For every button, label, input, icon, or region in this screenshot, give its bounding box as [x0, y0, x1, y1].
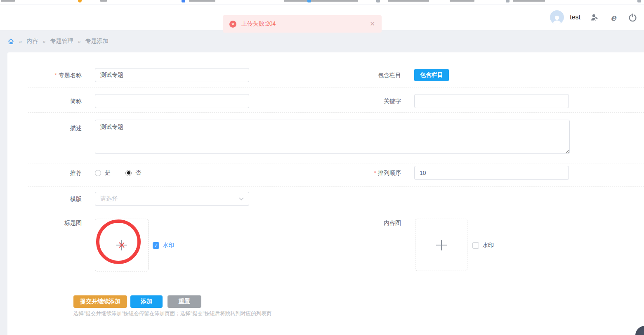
toast-message: 上传失败:204: [241, 20, 276, 28]
row-separator: [28, 163, 644, 163]
description-textarea[interactable]: 测试专题: [95, 120, 570, 154]
content-image-label: 内容图: [327, 219, 401, 227]
bookmark-fragment: [450, 0, 474, 2]
bookmark-icon: [637, 0, 641, 2]
header-user-area: test e: [550, 5, 637, 30]
watermark-label: 水印: [482, 242, 494, 249]
logout-power-icon[interactable]: [627, 12, 637, 22]
avatar[interactable]: [550, 10, 564, 24]
row-separator: [28, 87, 644, 87]
bookmark-fragment: [100, 0, 107, 2]
template-select[interactable]: 请选择: [95, 192, 249, 206]
keywords-label: 关键字: [327, 94, 401, 108]
content-watermark-field: 水印: [472, 242, 494, 249]
ie-browser-icon[interactable]: e: [609, 12, 618, 22]
row-separator: [28, 112, 644, 113]
description-label: 描述: [7, 121, 82, 135]
browser-bookmarks-bar: [0, 0, 644, 4]
breadcrumb-separator: »: [42, 38, 45, 45]
radio-circle-icon: [95, 170, 101, 176]
breadcrumb-item-topic-add: 专题添加: [85, 38, 109, 45]
submit-hint-text: 选择"提交并继续添加"按钮会停留在添加页面；选择"提交"按钮后将跳转到对应的列表…: [73, 310, 271, 317]
content-image-upload[interactable]: [415, 219, 467, 271]
breadcrumb-separator: »: [78, 38, 80, 45]
breadcrumb-item-topic-management[interactable]: 专题管理: [50, 38, 73, 45]
bookmark-fragment: [189, 0, 215, 2]
breadcrumb: » 内容 » 专题管理 » 专题添加: [0, 30, 644, 52]
radio-circle-selected-icon: [125, 170, 132, 176]
short-name-label: 简称: [7, 94, 82, 108]
add-button[interactable]: 添加: [130, 295, 163, 308]
username: test: [570, 14, 580, 21]
recommend-radio-group: 是 否: [95, 166, 141, 180]
radio-label-no: 否: [135, 169, 141, 177]
home-icon[interactable]: [7, 38, 14, 45]
required-asterisk: *: [55, 72, 57, 78]
submit-and-continue-button[interactable]: 提交并继续添加: [73, 295, 127, 308]
row-separator: [28, 211, 644, 211]
title-image-label: 标题图: [7, 219, 82, 227]
select-placeholder: 请选择: [100, 195, 118, 203]
plus-icon: [435, 239, 448, 251]
bookmark-icon: [307, 0, 311, 2]
watermark-checkbox-unchecked[interactable]: [472, 242, 479, 249]
template-label: 模版: [7, 192, 82, 206]
error-icon: ✕: [229, 21, 236, 28]
breadcrumb-separator: »: [19, 38, 22, 45]
watermark-checkbox-checked[interactable]: ✓: [153, 242, 159, 249]
bookmark-icon: [182, 0, 185, 2]
title-image-upload[interactable]: [95, 219, 149, 271]
recommend-label: 推荐: [7, 166, 82, 180]
topic-name-input[interactable]: [95, 68, 249, 82]
watermark-label: 水印: [163, 242, 174, 249]
row-separator: [28, 186, 644, 187]
chevron-down-icon: [239, 197, 244, 201]
bookmark-fragment: [284, 0, 358, 2]
short-name-input[interactable]: [95, 94, 249, 108]
required-asterisk: *: [374, 170, 376, 176]
title-watermark-field: ✓ 水印: [153, 242, 174, 249]
form-card: *专题名称 包含栏目 包含栏目 简称 关键字 描述 测试专题 推荐 是 否 *排…: [7, 52, 644, 335]
keywords-input[interactable]: [414, 94, 569, 108]
recommend-radio-no[interactable]: 否: [125, 169, 141, 177]
bookmark-icon: [376, 0, 380, 2]
reset-button[interactable]: 重置: [167, 295, 201, 308]
radio-label-yes: 是: [105, 169, 111, 177]
error-toast: ✕ 上传失败:204 ✕: [223, 15, 382, 33]
topic-name-label: *专题名称: [7, 68, 82, 82]
sort-order-input[interactable]: [414, 166, 569, 180]
bookmark-fragment: [513, 0, 545, 2]
bookmark-icon: [78, 0, 82, 2]
toast-close-icon[interactable]: ✕: [370, 20, 375, 28]
edit-profile-icon[interactable]: [590, 12, 599, 22]
include-columns-label: 包含栏目: [327, 68, 401, 82]
person-silhouette-icon: [552, 14, 562, 24]
bookmark-fragment: [388, 0, 429, 2]
bookmark-icon: [506, 0, 510, 2]
sort-order-label: *排列顺序: [327, 166, 401, 180]
bookmark-fragment: [1, 0, 15, 2]
recommend-radio-yes[interactable]: 是: [95, 169, 111, 177]
plus-icon: [116, 239, 128, 251]
breadcrumb-item-content[interactable]: 内容: [26, 38, 38, 45]
include-columns-button[interactable]: 包含栏目: [414, 69, 449, 81]
